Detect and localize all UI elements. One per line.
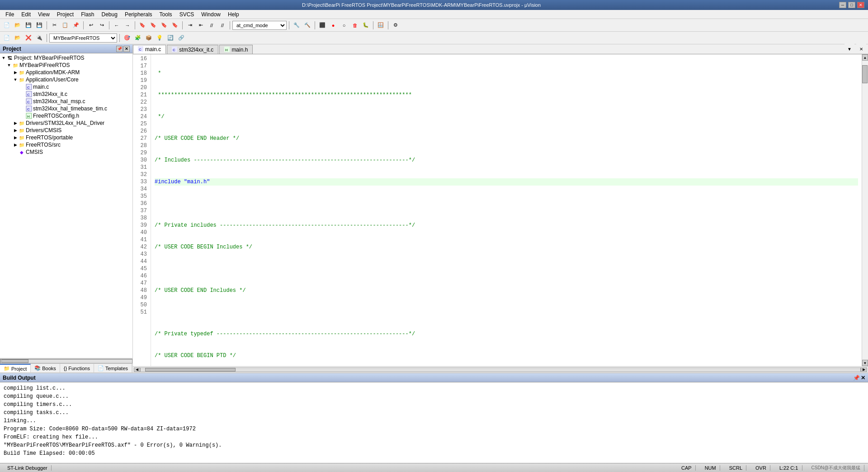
folder-icon-appmdkarm: 📁 [19,69,25,76]
uncomment-button[interactable]: // [217,20,227,30]
line-num-23: 23 [135,106,147,113]
run-btn[interactable]: ● [328,20,338,30]
tree-item-stm32tim[interactable]: C stm32l4xx_hal_timebase_tim.c [0,105,132,112]
open-uvision-btn[interactable]: 📂 [13,33,23,43]
project-panel-header: Project 📌 ✕ [0,44,132,53]
hscroll-left-btn[interactable]: ◀ [134,367,140,372]
bookmark-add[interactable]: 🔖 [148,20,158,30]
debug-btn[interactable]: 🐛 [361,20,371,30]
expand-icon-root: ▼ [1,55,6,61]
menu-window[interactable]: Window [198,10,224,19]
paste-button[interactable]: 📌 [71,20,81,30]
menu-file[interactable]: File [2,10,18,19]
vscroll-up-btn[interactable]: ▲ [862,54,868,61]
close-button[interactable]: ✕ [857,2,864,8]
redo-button[interactable]: ↪ [97,20,107,30]
tree-item-stm32halmsp[interactable]: C stm32l4xx_hal_msp.c [0,98,132,105]
build-dropdown-btn[interactable]: 🔧 [292,20,302,30]
menu-help[interactable]: Help [224,10,243,19]
cut-button[interactable]: ✂ [49,20,59,30]
editor-vscroll[interactable]: ▲ ▼ [862,54,868,366]
menu-peripherals[interactable]: Peripherals [121,10,156,19]
vscroll-thumb[interactable] [862,65,868,83]
window-btn[interactable]: 🪟 [376,20,386,30]
component-btn[interactable]: 🧩 [133,33,143,43]
undo-button[interactable]: ↩ [86,20,96,30]
target-options-btn[interactable]: 🎯 [122,33,132,43]
unindent-button[interactable]: ⇤ [196,20,206,30]
tab-project[interactable]: 📁 Project [0,364,31,372]
bookmark-next[interactable]: 🔖 [159,20,169,30]
tree-item-stm32itc[interactable]: C stm32l4xx_it.c [0,91,132,98]
maximize-button[interactable]: □ [848,2,855,8]
menu-project[interactable]: Project [53,10,77,19]
bookmark-clear[interactable]: 🔖 [170,20,180,30]
project-dropdown[interactable]: MYBearPiFreeRTOS [49,33,117,43]
stlink-btn[interactable]: 🔗 [176,33,186,43]
menu-svcs[interactable]: SVCS [176,10,198,19]
stop-build-btn[interactable]: ⬛ [317,20,327,30]
clear-btn[interactable]: 🗑 [350,20,360,30]
status-left: ST-Link Debugger [4,465,52,471]
hscroll-right-btn[interactable]: ▶ [861,367,867,372]
target-dropdown[interactable]: at_cmd_mode [232,21,287,30]
tab-functions[interactable]: {} Functions [60,364,94,372]
indent-button[interactable]: ⇥ [185,20,195,30]
nav-fwd-button[interactable]: → [123,20,132,30]
tree-item-mainc[interactable]: C main.c [0,83,132,91]
menu-tools[interactable]: Tools [156,10,176,19]
menu-edit[interactable]: Edit [18,10,34,19]
project-pin-btn[interactable]: 📌 [116,46,123,52]
editor-hscroll[interactable]: ◀ ▶ [133,366,868,372]
code-line-24: /* USER CODE BEGIN Includes */ [155,243,858,251]
tab-close-active-btn[interactable]: ✕ [856,44,866,54]
minimize-button[interactable]: ─ [839,2,846,8]
reset-btn[interactable]: ○ [339,20,349,30]
tab-books[interactable]: 📚 Books [31,364,60,372]
tree-label-appusercore: Application/User/Core [26,76,79,83]
vscroll-down-btn[interactable]: ▼ [862,360,868,366]
save-all-button[interactable]: 💾 [34,20,44,30]
build-target-btn[interactable]: 🔨 [302,20,312,30]
tree-item-driversstm32[interactable]: ▶ 📁 Drivers/STM32L4xx_HAL_Driver [0,119,132,127]
tree-item-appusercore[interactable]: ▼ 📁 Application/User/Core [0,76,132,83]
hscroll-thumb[interactable] [145,368,236,372]
save-button[interactable]: 💾 [24,20,33,30]
tree-item-appmdkarm[interactable]: ▶ 📁 Application/MDK-ARM [0,69,132,76]
settings-btn[interactable]: ⚙ [391,20,401,30]
editor-tab-mainc[interactable]: C main.c [133,45,166,54]
new-file-button[interactable]: 📄 [2,20,12,30]
project-hscroll[interactable] [0,358,132,363]
tree-item-freertossrc[interactable]: ▶ 📁 FreeRTOS/src [0,141,132,148]
editor-tab-stm32itc[interactable]: C stm32l4xx_it.c [167,45,218,54]
select-device-btn[interactable]: 💡 [155,33,165,43]
tree-item-mybear[interactable]: ▼ 📁 MYBearPiFreeRTOS [0,62,132,69]
hscroll-track[interactable] [140,367,861,372]
menu-debug[interactable]: Debug [98,10,121,19]
build-close-btn[interactable]: ✕ [861,375,865,381]
menu-flash[interactable]: Flash [77,10,98,19]
menu-view[interactable]: View [34,10,53,19]
code-content[interactable]: * **************************************… [151,54,862,366]
tree-item-freertosconfigh[interactable]: H FreeRTOSConfig.h [0,112,132,119]
migrate-btn[interactable]: 🔄 [165,33,175,43]
nav-back-button[interactable]: ← [112,20,122,30]
tree-item-freertosport[interactable]: ▶ 📁 FreeRTOS/portable [0,134,132,141]
project-close-btn[interactable]: ✕ [123,46,130,52]
copy-button[interactable]: 📋 [60,20,70,30]
tree-item-cmsis[interactable]: ◆ CMSIS [0,148,132,156]
open-file-button[interactable]: 📂 [13,20,23,30]
pack-installer-btn[interactable]: 📦 [144,33,154,43]
close-uvision-btn[interactable]: ❌ [24,33,33,43]
build-pin-btn[interactable]: 📌 [853,375,860,381]
device-manager-btn[interactable]: 🔌 [34,33,44,43]
bookmark-prev[interactable]: 🔖 [137,20,147,30]
new-uvision-btn[interactable]: 📄 [2,33,12,43]
tree-item-root[interactable]: ▼ 🏗 Project: MYBearPiFreeRTOS [0,54,132,62]
tab-list-btn[interactable]: ▼ [844,44,854,54]
tree-item-driverscmsis[interactable]: ▶ 📁 Drivers/CMSIS [0,127,132,134]
tab-templates[interactable]: 📄 Templates [94,364,132,372]
editor-tab-mainh[interactable]: H main.h [219,45,253,54]
comment-button[interactable]: // [207,20,217,30]
sep5 [182,21,183,29]
